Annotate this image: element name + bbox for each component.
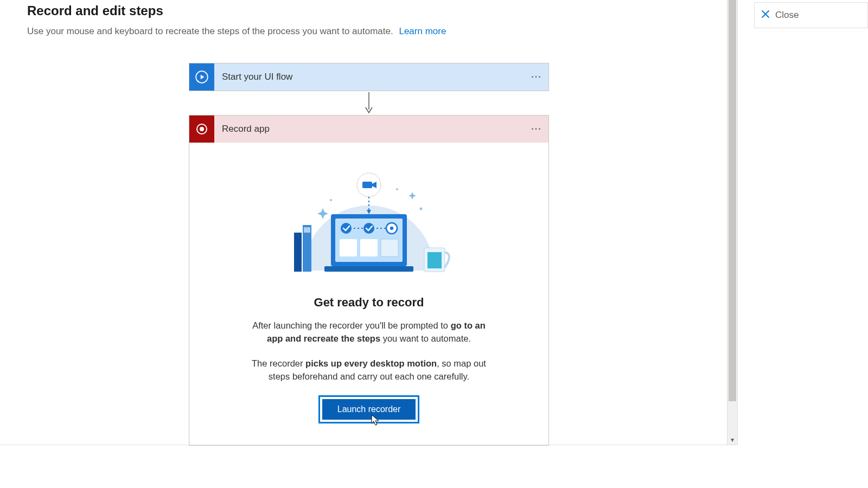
record-app-card: Record app ···: [189, 115, 549, 446]
svg-rect-23: [304, 227, 310, 233]
svg-point-14: [363, 223, 374, 234]
close-label: Close: [775, 10, 799, 21]
recorder-illustration: [211, 162, 527, 281]
record-body-p1: After launching the recorder you'll be p…: [244, 319, 494, 345]
record-card-header[interactable]: Record app ···: [189, 115, 548, 143]
svg-rect-25: [427, 252, 442, 268]
svg-point-5: [420, 208, 423, 210]
record-body-p2: The recorder picks up every desktop moti…: [244, 357, 494, 383]
svg-rect-8: [362, 182, 372, 188]
svg-point-16: [390, 227, 393, 230]
page-subtitle: Use your mouse and keyboard to recreate …: [27, 26, 711, 37]
svg-point-13: [341, 223, 352, 234]
svg-rect-17: [340, 239, 357, 256]
page-title: Record and edit steps: [27, 3, 711, 18]
page-divider: [0, 445, 738, 445]
subtitle-text: Use your mouse and keyboard to recreate …: [27, 26, 393, 36]
svg-point-4: [330, 199, 332, 201]
svg-rect-18: [360, 239, 378, 256]
launch-recorder-button[interactable]: Launch recorder: [322, 399, 416, 420]
close-icon: [761, 10, 770, 21]
svg-point-3: [200, 127, 204, 131]
start-card-more-icon[interactable]: ···: [525, 72, 548, 82]
start-card-title: Start your UI flow: [214, 72, 525, 82]
scroll-down-arrow-icon[interactable]: ▾: [727, 436, 737, 444]
close-button[interactable]: Close: [754, 2, 868, 28]
record-card-title: Record app: [214, 124, 525, 134]
flow-arrow-icon: [362, 91, 375, 115]
start-ui-flow-card[interactable]: Start your UI flow ···: [189, 63, 549, 91]
svg-rect-19: [381, 239, 398, 256]
scrollbar-thumb[interactable]: [729, 0, 736, 401]
record-circle-icon: [189, 115, 214, 143]
vertical-scrollbar[interactable]: ▾: [727, 0, 738, 445]
play-circle-icon: [189, 63, 214, 91]
record-body-title: Get ready to record: [211, 296, 527, 310]
svg-rect-21: [294, 233, 302, 272]
launch-recorder-focus-ring: Launch recorder: [318, 395, 420, 423]
svg-point-6: [396, 188, 398, 190]
record-card-more-icon[interactable]: ···: [525, 124, 548, 134]
learn-more-link[interactable]: Learn more: [399, 26, 446, 36]
svg-rect-20: [324, 266, 413, 272]
